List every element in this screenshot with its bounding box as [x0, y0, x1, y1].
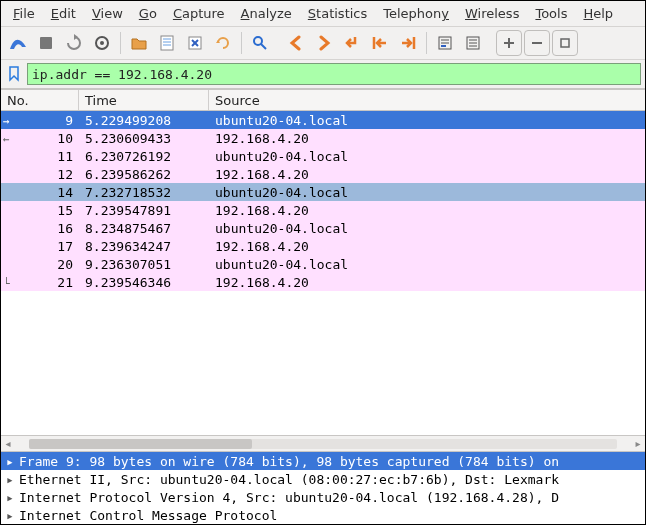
menu-statistics[interactable]: Statistics [302, 4, 373, 23]
cell-time: 7.232718532 [79, 185, 209, 200]
tree-end-icon: └ [3, 277, 10, 290]
packet-rows[interactable]: 9→5.229499208ubuntu20-04.local10←5.23060… [1, 111, 645, 291]
cell-time: 9.236307051 [79, 257, 209, 272]
filter-bookmark-icon[interactable] [5, 65, 23, 83]
column-header-time[interactable]: Time [79, 90, 209, 110]
display-filter-input[interactable] [32, 67, 636, 82]
cell-source: ubuntu20-04.local [209, 185, 645, 200]
cell-no: 21└ [1, 275, 79, 290]
packet-list-hscrollbar[interactable]: ◂ ▸ [1, 435, 645, 451]
scroll-left-icon[interactable]: ◂ [1, 438, 15, 449]
filter-bar [1, 60, 645, 89]
menubar: File Edit View Go Capture Analyze Statis… [1, 1, 645, 27]
svg-rect-25 [561, 39, 569, 47]
zoom-out-icon[interactable] [524, 30, 550, 56]
cell-time: 6.230726192 [79, 149, 209, 164]
menu-analyze[interactable]: Analyze [235, 4, 298, 23]
cell-source: ubuntu20-04.local [209, 149, 645, 164]
cell-time: 6.239586262 [79, 167, 209, 182]
zoom-in-icon[interactable] [496, 30, 522, 56]
reload-file-icon[interactable] [210, 30, 236, 56]
svg-line-11 [261, 44, 266, 49]
packet-row[interactable]: 157.239547891192.168.4.20 [1, 201, 645, 219]
detail-text: Frame 9: 98 bytes on wire (784 bits), 98… [19, 454, 559, 469]
column-header-source[interactable]: Source [209, 90, 645, 110]
menu-go[interactable]: Go [133, 4, 163, 23]
detail-text: Ethernet II, Src: ubuntu20-04.local (08:… [19, 472, 559, 487]
column-header-no[interactable]: No. [1, 90, 79, 110]
detail-text: Internet Protocol Version 4, Src: ubuntu… [19, 490, 559, 505]
detail-row[interactable]: ▸Ethernet II, Src: ubuntu20-04.local (08… [1, 470, 645, 488]
open-file-icon[interactable] [126, 30, 152, 56]
cell-source: 192.168.4.20 [209, 167, 645, 182]
cell-source: 192.168.4.20 [209, 239, 645, 254]
close-file-icon[interactable] [182, 30, 208, 56]
scroll-thumb[interactable] [29, 439, 252, 449]
packet-list-pane: No. Time Source 9→5.229499208ubuntu20-04… [1, 89, 645, 291]
svg-rect-3 [161, 36, 173, 50]
stop-capture-icon[interactable] [33, 30, 59, 56]
cell-source: 192.168.4.20 [209, 203, 645, 218]
go-first-icon[interactable] [367, 30, 393, 56]
detail-row[interactable]: ▸Internet Control Message Protocol [1, 506, 645, 524]
cell-no: 17 [1, 239, 79, 254]
packet-row[interactable]: 168.234875467ubuntu20-04.local [1, 219, 645, 237]
packet-details-pane[interactable]: ▸Frame 9: 98 bytes on wire (784 bits), 9… [1, 451, 645, 524]
cell-time: 9.239546346 [79, 275, 209, 290]
cell-no: 11 [1, 149, 79, 164]
cell-source: 192.168.4.20 [209, 275, 645, 290]
detail-row[interactable]: ▸Internet Protocol Version 4, Src: ubunt… [1, 488, 645, 506]
cell-time: 8.239634247 [79, 239, 209, 254]
menu-help[interactable]: Help [577, 4, 619, 23]
expand-triangle-icon[interactable]: ▸ [5, 454, 15, 469]
related-packet-arrow-icon: → [3, 115, 10, 128]
expand-triangle-icon[interactable]: ▸ [5, 472, 15, 487]
jump-to-icon[interactable] [339, 30, 365, 56]
packet-row[interactable]: 126.239586262192.168.4.20 [1, 165, 645, 183]
cell-no: 12 [1, 167, 79, 182]
packet-list-header[interactable]: No. Time Source [1, 89, 645, 111]
cell-no: 14 [1, 185, 79, 200]
packet-row[interactable]: 9→5.229499208ubuntu20-04.local [1, 111, 645, 129]
restart-capture-icon[interactable] [61, 30, 87, 56]
menu-file[interactable]: File [7, 4, 41, 23]
menu-capture[interactable]: Capture [167, 4, 231, 23]
zoom-reset-icon[interactable] [552, 30, 578, 56]
scroll-right-icon[interactable]: ▸ [631, 438, 645, 449]
cell-no: 10← [1, 131, 79, 146]
go-back-icon[interactable] [283, 30, 309, 56]
packet-row[interactable]: 147.232718532ubuntu20-04.local [1, 183, 645, 201]
go-last-icon[interactable] [395, 30, 421, 56]
expand-triangle-icon[interactable]: ▸ [5, 508, 15, 523]
packet-row[interactable]: 209.236307051ubuntu20-04.local [1, 255, 645, 273]
packet-row[interactable]: 178.239634247192.168.4.20 [1, 237, 645, 255]
cell-no: 20 [1, 257, 79, 272]
packet-list-empty-area [1, 291, 645, 435]
packet-row[interactable]: 10←5.230609433192.168.4.20 [1, 129, 645, 147]
menu-tools[interactable]: Tools [529, 4, 573, 23]
packet-row[interactable]: 116.230726192ubuntu20-04.local [1, 147, 645, 165]
display-filter-field[interactable] [27, 63, 641, 85]
detail-text: Internet Control Message Protocol [19, 508, 277, 523]
detail-row[interactable]: ▸Frame 9: 98 bytes on wire (784 bits), 9… [1, 452, 645, 470]
svg-point-2 [100, 41, 104, 45]
menu-wireless[interactable]: Wireless [459, 4, 525, 23]
save-file-icon[interactable] [154, 30, 180, 56]
cell-time: 5.229499208 [79, 113, 209, 128]
related-packet-arrow-icon: ← [3, 133, 10, 146]
expand-triangle-icon[interactable]: ▸ [5, 490, 15, 505]
shark-fin-icon[interactable] [5, 30, 31, 56]
menu-telephony[interactable]: Telephony [377, 4, 455, 23]
cell-source: ubuntu20-04.local [209, 113, 645, 128]
colorize-icon[interactable] [460, 30, 486, 56]
go-forward-icon[interactable] [311, 30, 337, 56]
auto-scroll-icon[interactable] [432, 30, 458, 56]
packet-row[interactable]: 21└9.239546346192.168.4.20 [1, 273, 645, 291]
menu-view[interactable]: View [86, 4, 129, 23]
find-icon[interactable] [247, 30, 273, 56]
menu-edit[interactable]: Edit [45, 4, 82, 23]
cell-source: ubuntu20-04.local [209, 257, 645, 272]
capture-options-icon[interactable] [89, 30, 115, 56]
cell-no: 16 [1, 221, 79, 236]
svg-point-10 [254, 37, 262, 45]
